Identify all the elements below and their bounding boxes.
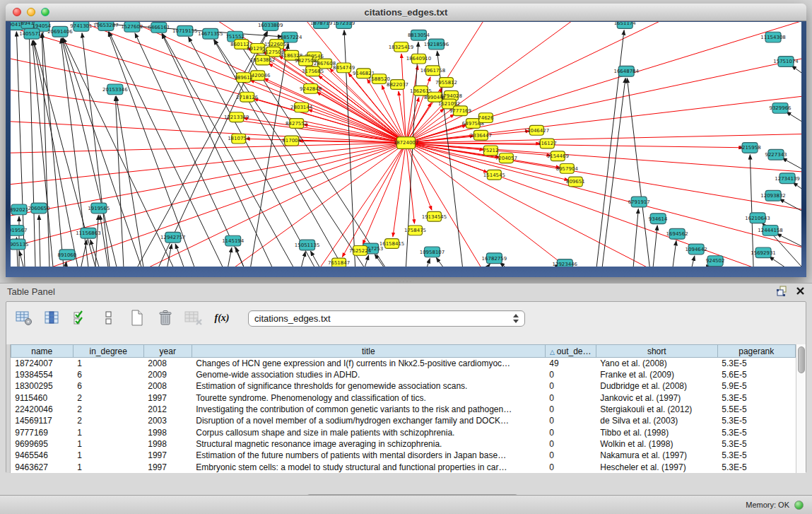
table-cell[interactable]: Tibbo et al. (1998) <box>596 427 717 438</box>
table-cell[interactable]: 5.3E-5 <box>717 438 795 450</box>
table-cell[interactable]: 22420046 <box>11 404 73 415</box>
table-cell[interactable]: 18300295 <box>11 380 73 392</box>
table-cell[interactable]: 0 <box>545 462 596 473</box>
delete-table-icon[interactable] <box>184 310 203 327</box>
table-cell[interactable]: 1997 <box>143 450 192 461</box>
window-titlebar[interactable]: citations_edges.txt <box>6 4 806 21</box>
table-cell[interactable]: 0 <box>545 380 596 392</box>
select-columns-icon[interactable] <box>43 310 61 327</box>
table-cell[interactable]: 5.3E-5 <box>717 358 795 369</box>
close-panel-icon[interactable] <box>796 286 805 296</box>
table-cell[interactable]: 5.3E-5 <box>717 462 795 473</box>
table-cell[interactable]: 2 <box>73 404 143 415</box>
table-cell[interactable]: Stergiakouli et al. (2012) <box>596 404 717 415</box>
table-cell[interactable]: 1997 <box>143 462 192 473</box>
table-cell[interactable]: 6 <box>73 369 143 380</box>
delete-columns-icon[interactable] <box>156 310 175 327</box>
table-cell[interactable]: 0 <box>545 427 596 438</box>
table-cell[interactable]: 9463627 <box>11 462 73 473</box>
table-cell[interactable]: Wolkin et al. (1998) <box>596 438 717 450</box>
table-cell[interactable]: 2012 <box>143 404 192 415</box>
table-cell[interactable]: Dudbridge et al. (2008) <box>596 380 717 392</box>
table-cell[interactable]: 2008 <box>143 358 192 369</box>
table-scrollbar[interactable] <box>796 344 806 473</box>
table-cell[interactable]: 1 <box>73 358 143 369</box>
table-cell[interactable]: de Silva et al. (2003) <box>596 415 717 426</box>
table-cell[interactable]: 0 <box>545 415 596 426</box>
table-cell[interactable]: 0 <box>545 450 596 461</box>
selection-mode-icon[interactable] <box>71 310 90 327</box>
column-header-year[interactable]: year <box>143 345 192 358</box>
table-cell[interactable]: 1 <box>73 450 143 461</box>
table-cell[interactable]: Disruption of a novel member of a sodium… <box>192 415 545 426</box>
table-cell[interactable]: 5.3E-5 <box>717 450 795 461</box>
table-cell[interactable]: 5.9E-5 <box>717 380 795 392</box>
panel-splitter[interactable] <box>0 277 812 283</box>
table-cell[interactable]: 0 <box>545 404 596 415</box>
table-cell[interactable]: 0 <box>545 369 596 380</box>
splitter-grip-icon[interactable] <box>396 279 414 282</box>
column-header-in-degree[interactable]: in_degree <box>73 345 143 358</box>
table-row[interactable]: 911546021997Tourette syndrome. Phenomeno… <box>11 392 795 404</box>
table-cell[interactable]: 2003 <box>143 415 192 426</box>
close-window-button[interactable] <box>13 8 21 16</box>
minimize-window-button[interactable] <box>27 8 35 16</box>
table-cell[interactable]: 6 <box>73 380 143 392</box>
table-cell[interactable]: Estimation of significance thresholds fo… <box>192 380 545 392</box>
table-cell[interactable]: 2 <box>73 392 143 404</box>
table-cell[interactable]: Estimation of the future numbers of pati… <box>192 450 545 461</box>
row-height-icon[interactable] <box>100 310 118 327</box>
table-cell[interactable]: 1 <box>73 438 143 450</box>
table-cell[interactable]: 1 <box>73 427 143 438</box>
table-cell[interactable]: 0 <box>545 438 596 450</box>
table-cell[interactable]: 9699695 <box>11 438 73 450</box>
create-column-icon[interactable] <box>128 310 146 327</box>
table-cell[interactable]: Jankovic et al. (1997) <box>596 392 717 404</box>
table-settings-icon[interactable] <box>15 310 33 327</box>
table-cell[interactable]: 14569117 <box>11 415 73 426</box>
table-row[interactable]: 946554611997Estimation of the future num… <box>11 450 795 461</box>
table-cell[interactable]: 0 <box>545 392 596 404</box>
table-row[interactable]: 977716911998Corpus callosum shape and si… <box>11 427 795 438</box>
table-cell[interactable]: 2009 <box>143 369 192 380</box>
table-row[interactable]: 2242004622012Investigating the contribut… <box>11 404 795 415</box>
table-cell[interactable]: Embryonic stem cells: a model to study s… <box>192 462 545 473</box>
table-cell[interactable]: 5.6E-5 <box>717 369 795 380</box>
table-cell[interactable]: Tourette syndrome. Phenomenology and cla… <box>192 392 545 404</box>
table-row[interactable]: 946362711997Embryonic stem cells: a mode… <box>11 462 795 473</box>
function-builder-icon[interactable]: f(x) <box>213 310 231 327</box>
table-row[interactable]: 1830029562008Estimation of significance … <box>11 380 795 392</box>
table-selector-dropdown[interactable]: citations_edges.txt <box>248 310 525 327</box>
table-cell[interactable]: Nakamura et al. (1997) <box>596 450 717 461</box>
table-cell[interactable]: Corpus callosum shape and size in male p… <box>192 427 545 438</box>
table-cell[interactable]: Genome-wide association studies in ADHD. <box>192 369 545 380</box>
table-cell[interactable]: 1998 <box>143 427 192 438</box>
column-header-pagerank[interactable]: pagerank <box>717 345 795 358</box>
column-header-out-de-[interactable]: △out_de… <box>545 345 596 358</box>
table-cell[interactable]: 5.3E-5 <box>717 392 795 404</box>
table-cell[interactable]: 1 <box>73 462 143 473</box>
table-cell[interactable]: 5.3E-5 <box>717 415 795 426</box>
table-cell[interactable]: Hescheler et al. (1997) <box>596 462 717 473</box>
table-row[interactable]: 1938455462009Genome-wide association stu… <box>11 369 795 380</box>
table-cell[interactable]: 18724007 <box>11 358 73 369</box>
table-cell[interactable]: 2 <box>73 415 143 426</box>
table-cell[interactable]: Franke et al. (2009) <box>596 369 717 380</box>
table-cell[interactable]: 2008 <box>143 380 192 392</box>
column-header-title[interactable]: title <box>192 345 545 358</box>
table-scrollbar-thumb[interactable] <box>798 346 805 373</box>
table-cell[interactable]: 19384554 <box>11 369 73 380</box>
column-header-short[interactable]: short <box>596 345 717 358</box>
table-row[interactable]: 1872400712008Changes of HCN gene express… <box>11 358 795 369</box>
network-canvas[interactable]: 9041389435194054140557172069140697413011… <box>11 22 801 267</box>
table-cell[interactable]: 49 <box>545 358 596 369</box>
table-cell[interactable]: 9777169 <box>11 427 73 438</box>
table-cell[interactable]: 1997 <box>143 392 192 404</box>
table-cell[interactable]: Investigating the contribution of common… <box>192 404 545 415</box>
column-header-name[interactable]: name <box>11 345 73 358</box>
table-row[interactable]: 969969511998Structural magnetic resonanc… <box>11 438 795 450</box>
table-cell[interactable]: 9465546 <box>11 450 73 461</box>
table-cell[interactable]: 1998 <box>143 438 192 450</box>
table-cell[interactable]: 5.5E-5 <box>717 404 795 415</box>
table-cell[interactable]: 5.3E-5 <box>717 427 795 438</box>
